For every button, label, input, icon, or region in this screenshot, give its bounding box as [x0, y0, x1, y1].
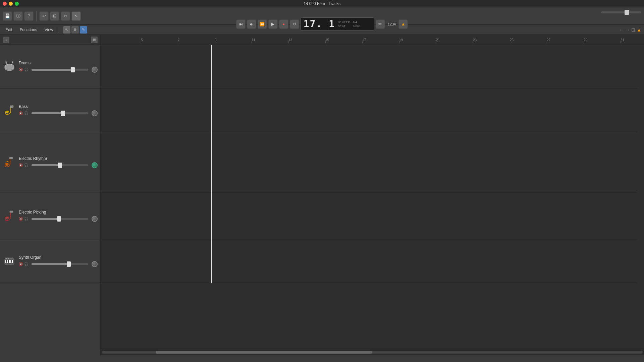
- timesig-info: 4/4 F/min: [353, 20, 361, 28]
- ruler-mark-31: 31: [621, 38, 624, 42]
- electric-picking-volume-knob[interactable]: [92, 216, 98, 222]
- electric-rhythm-mute-icon[interactable]: 🔇: [19, 163, 23, 167]
- bass-fader[interactable]: [32, 112, 88, 114]
- zoom-slider[interactable]: [601, 11, 641, 13]
- electric-picking-fader[interactable]: [32, 218, 88, 220]
- synth-organ-volume-knob[interactable]: [92, 261, 98, 267]
- svg-point-12: [6, 164, 8, 166]
- zoom-in-icon[interactable]: →: [625, 27, 630, 33]
- horizontal-scrollbar[interactable]: [101, 349, 644, 355]
- toolbar-separator-1: [36, 11, 37, 21]
- zoom-thumb[interactable]: [625, 10, 629, 15]
- track-header-top: + ⊞: [0, 35, 100, 45]
- functions-menu[interactable]: Functions: [17, 27, 40, 33]
- tool-pointer[interactable]: ↖: [63, 26, 70, 34]
- bpm-value: 90 KEEP: [338, 20, 350, 24]
- minimize-button[interactable]: [9, 2, 13, 6]
- electric-picking-headphone-icon[interactable]: 🎧: [24, 217, 28, 221]
- timesig-value: 4/4: [353, 20, 361, 24]
- electric-picking-icon: [3, 209, 16, 223]
- ruler: 57911131517192123252729313335373941: [101, 35, 644, 45]
- bass-headphone-icon[interactable]: 🎧: [24, 111, 28, 115]
- svg-rect-23: [11, 260, 12, 262]
- electric-rhythm-fader[interactable]: [32, 164, 88, 166]
- tool-zoom[interactable]: ⊕: [71, 26, 79, 34]
- synth-organ-headphone-icon[interactable]: 🎧: [24, 262, 28, 266]
- track-lane-electric-rhythm: [101, 132, 637, 192]
- help-button[interactable]: ?: [24, 11, 34, 21]
- svg-point-25: [6, 258, 7, 259]
- play-button[interactable]: ▶: [268, 19, 278, 29]
- electric-picking-controls: 🔇 🎧: [19, 216, 98, 222]
- view-menu[interactable]: View: [42, 27, 56, 33]
- transport-bar: ⏮ ⏭ ⏪ ▶ ● ↺ 17. 1 90 KEEP BEAT 4/4 F/min…: [236, 17, 408, 31]
- rewind-button[interactable]: ⏮: [236, 19, 246, 29]
- drums-fader[interactable]: [32, 69, 88, 71]
- grid-button[interactable]: ⊞: [50, 11, 59, 21]
- track-header-synth-organ: Synth Organ 🔇 🎧: [0, 239, 100, 283]
- zoom-out-icon[interactable]: ←: [619, 27, 624, 33]
- scrollbar-track[interactable]: [102, 351, 643, 354]
- close-button[interactable]: [3, 2, 7, 6]
- tracks-inner: [101, 45, 637, 283]
- track-options-button[interactable]: ⊞: [91, 37, 98, 43]
- pencil-tool[interactable]: ✏: [376, 19, 385, 29]
- add-track-button[interactable]: +: [3, 37, 9, 43]
- bass-volume-knob[interactable]: [92, 110, 98, 116]
- tool-edit[interactable]: ✎: [80, 26, 87, 34]
- electric-picking-track-info: Electric Picking 🔇 🎧: [19, 210, 98, 222]
- drums-headphone-icon[interactable]: 🎧: [24, 68, 28, 71]
- scrollbar-thumb[interactable]: [156, 351, 372, 354]
- beat-label: BEAT: [338, 24, 350, 28]
- window-title: 14 090 F#m - Tracks: [304, 1, 340, 6]
- ruler-mark-29: 29: [584, 38, 587, 42]
- scissors-button[interactable]: ✂: [61, 11, 70, 21]
- fast-forward-button[interactable]: ⏭: [247, 19, 256, 29]
- electric-picking-track-name: Electric Picking: [19, 210, 98, 215]
- cycle-button[interactable]: ↺: [290, 19, 299, 29]
- toolbar2-right: ← → ⊡ ▲: [619, 27, 641, 33]
- bass-mute-icon[interactable]: 🔇: [19, 111, 23, 115]
- fit-icon[interactable]: ⊡: [631, 27, 635, 33]
- ruler-mark-17: 17: [362, 38, 366, 42]
- drums-volume-knob[interactable]: [92, 67, 98, 73]
- track-header-bass: Bass 🔇 🎧: [0, 88, 100, 132]
- synth-organ-fader[interactable]: [32, 263, 88, 265]
- synth-organ-track-info: Synth Organ 🔇 🎧: [19, 255, 98, 267]
- zoom-controls: [601, 11, 641, 13]
- bass-icon: [3, 104, 16, 117]
- svg-point-7: [12, 61, 13, 63]
- svg-rect-22: [8, 260, 9, 262]
- track-lane-drums: [101, 45, 637, 88]
- electric-rhythm-headphone-icon[interactable]: 🎧: [24, 163, 28, 167]
- track-headers: + ⊞ Drums 🔇 �: [0, 35, 101, 355]
- bass-track-info: Bass 🔇 🎧: [19, 104, 98, 116]
- svg-point-27: [10, 258, 10, 259]
- ruler-mark-25: 25: [510, 38, 514, 42]
- drums-mute-icon[interactable]: 🔇: [19, 68, 23, 71]
- undo-button[interactable]: ↩: [39, 11, 49, 21]
- svg-rect-8: [10, 106, 13, 108]
- svg-rect-11: [9, 157, 13, 159]
- cursor-button[interactable]: ↖: [71, 11, 81, 21]
- synth-organ-icon: [3, 254, 16, 268]
- info-button[interactable]: ⓘ: [13, 11, 23, 21]
- drums-icon: [3, 60, 16, 73]
- traffic-lights: [3, 2, 19, 6]
- marker-display: 1234: [386, 22, 397, 26]
- record-button[interactable]: ●: [279, 19, 288, 29]
- ruler-mark-15: 15: [325, 38, 329, 42]
- maximize-button[interactable]: [15, 2, 19, 6]
- track-lane-electric-picking: [101, 192, 637, 239]
- to-start-button[interactable]: ⏪: [258, 19, 267, 29]
- marker-icon[interactable]: ▲: [637, 27, 641, 33]
- electric-rhythm-icon: [3, 156, 16, 169]
- electric-rhythm-volume-knob[interactable]: [92, 162, 98, 168]
- tuner-button[interactable]: ▲: [398, 19, 408, 29]
- save-button[interactable]: 💾: [3, 11, 12, 21]
- tracks-scroll[interactable]: [101, 45, 644, 349]
- electric-picking-mute-icon[interactable]: 🔇: [19, 217, 23, 221]
- ruler-mark-13: 13: [288, 38, 292, 42]
- edit-menu[interactable]: Edit: [3, 27, 15, 33]
- synth-organ-mute-icon[interactable]: 🔇: [19, 262, 23, 266]
